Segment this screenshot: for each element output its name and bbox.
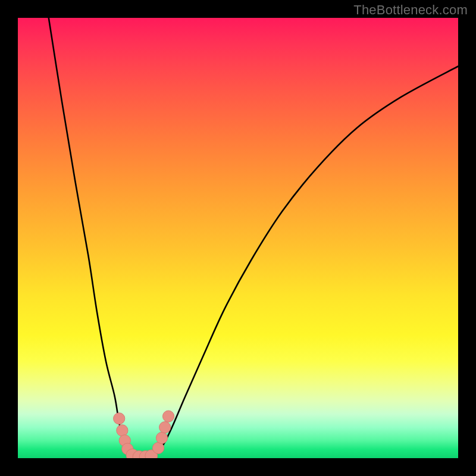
bottleneck-curve bbox=[49, 18, 458, 458]
data-marker bbox=[117, 425, 128, 436]
marker-group bbox=[114, 411, 174, 458]
watermark-text: TheBottleneck.com bbox=[353, 2, 468, 18]
plot-area bbox=[18, 18, 458, 458]
chart-svg bbox=[18, 18, 458, 458]
data-marker bbox=[159, 422, 171, 433]
data-marker bbox=[162, 411, 174, 422]
curve-group bbox=[49, 18, 458, 458]
data-marker bbox=[156, 432, 167, 443]
data-marker bbox=[114, 413, 125, 424]
data-marker bbox=[152, 442, 164, 453]
chart-frame: TheBottleneck.com bbox=[0, 0, 476, 476]
